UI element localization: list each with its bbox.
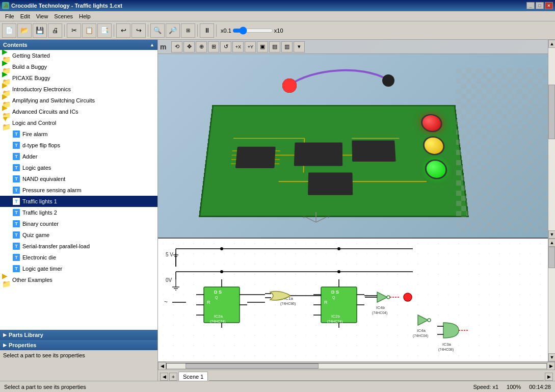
schematic-scroll-right[interactable]: ▶ [547,362,555,370]
tree-item-logic-gate-timer[interactable]: T Logic gate timer [0,263,157,274]
tree-item-binary-counter[interactable]: T Binary counter [0,218,157,229]
toolbar-separator-1 [64,24,65,37]
paste-button[interactable]: 📑 [97,23,112,38]
tree-item-pressure-alarm[interactable]: T Pressure sensing alarm [0,185,157,196]
tree-item-traffic-lights-2[interactable]: T Traffic lights 2 [0,207,157,218]
tree-item-picaxe-buggy[interactable]: ▶📁 PICAXE Buggy [0,72,157,84]
tree-item-serial-transfer[interactable]: T Serial-transfer parallel-load [0,241,157,252]
view3d-m-label: m [160,43,166,51]
time-indicator: 00:14:28 [529,384,551,390]
schematic-svg: 5 V 0V [158,239,555,361]
3d-btn-rotate[interactable]: ⟲ [171,41,182,53]
svg-text:(74HC04): (74HC04) [413,334,428,338]
properties-panel: Select a part to see its properties [0,350,157,381]
3d-btn-zoom[interactable]: ⊕ [196,41,207,53]
schematic-v-scrollbar: ▲ ▼ [548,239,555,361]
tab-add[interactable]: + [169,373,177,381]
tree-item-traffic-lights-1[interactable]: T Traffic lights 1 [0,196,157,207]
tree-item-dtype-flip-flops[interactable]: T d-type flip flops [0,140,157,151]
tree-item-other-examples[interactable]: ▶📁 Other Examples [0,274,157,285]
schematic-scroll-thumb[interactable] [548,247,555,268]
save-button[interactable]: 💾 [33,23,47,38]
tree-item-logic-control[interactable]: ▼📁 Logic and Control [0,117,157,128]
undo-button[interactable]: ↩ [116,23,130,38]
tab-scene1-label: Scene 1 [183,374,203,380]
cut-button[interactable]: ✂ [67,23,81,38]
tree-item-advanced[interactable]: ▶📁 Advanced Circuits and ICs [0,106,157,117]
menu-edit[interactable]: Edit [17,13,33,20]
tab-bar: ◀ + Scene 1 ▶ [158,370,555,381]
tree-item-adder[interactable]: T Adder [0,151,157,162]
pause-button[interactable]: ⏸ [200,23,214,38]
tree-item-amplifying[interactable]: ▶📁 Amplifying and Switching Circuits [0,95,157,106]
schematic-area: 5 V 0V [158,239,555,381]
zoom-in-button[interactable]: 🔍 [150,23,165,38]
svg-text:IC3a: IC3a [442,342,451,347]
parts-library-header[interactable]: ▶ Parts Library [0,330,157,340]
svg-text:~: ~ [164,298,168,305]
svg-text:IC4b: IC4b [376,305,385,310]
contents-expand-icon[interactable]: ▲ [150,42,154,47]
tree-item-nand-equivalent[interactable]: T NAND equivalent [0,173,157,185]
svg-rect-10 [352,140,395,162]
t-icon: T [12,197,20,205]
tree-item-electronic-die[interactable]: T Electronic die [0,252,157,263]
tab-arrow-left[interactable]: ◀ [160,373,168,381]
3d-btn-fit[interactable]: ⊞ [208,41,219,53]
tree-item-getting-started[interactable]: ▶📁 Getting Started [0,50,157,61]
properties-header[interactable]: ▶ Properties [0,340,157,350]
3d-btn-x[interactable]: +X [232,41,244,53]
3d-btn-reset[interactable]: ↺ [220,41,231,53]
svg-text:Q: Q [215,296,218,300]
schematic-canvas-area: 5 V 0V [158,239,555,361]
t-icon: T [12,130,20,138]
tree-item-quiz-game[interactable]: T Quiz game [0,229,157,241]
tab-scene1[interactable]: Scene 1 [178,372,208,381]
3d-scroll-up[interactable]: ▲ [548,40,555,48]
schematic-scroll-left[interactable]: ◀ [158,362,166,370]
3d-btn-view1[interactable]: ▣ [257,41,268,53]
tab-arrow-right[interactable]: ▶ [545,373,553,381]
redo-button[interactable]: ↪ [131,23,146,38]
3d-scroll-down[interactable]: ▼ [548,230,555,239]
svg-text:5 V: 5 V [166,252,173,257]
tree-item-fire-alarm[interactable]: T Fire alarm [0,128,157,140]
zoom-out-button[interactable]: 🔎 [166,23,180,38]
print-button[interactable]: 🖨 [48,23,62,38]
t-icon: T [12,164,20,172]
schematic-scroll-down[interactable]: ▼ [548,353,555,361]
menu-file[interactable]: File [2,13,17,20]
schematic-scroll-track[interactable] [548,247,555,353]
close-button[interactable]: × [545,2,553,9]
minimize-button[interactable]: _ [526,2,535,9]
schematic-scroll-up[interactable]: ▲ [548,239,555,247]
speed-slider[interactable] [232,27,273,35]
menu-view[interactable]: View [33,13,51,20]
t-icon: T [12,253,20,262]
new-button[interactable]: 📄 [2,23,16,38]
3d-toolbar: m ⟲ ✥ ⊕ ⊞ ↺ +X +Y ▣ ▤ ▥ ▾ [158,40,555,54]
tree-item-build-buggy[interactable]: ▶📁 Build a Buggy [0,61,157,72]
menu-help[interactable]: Help [76,13,94,20]
3d-scroll-track[interactable] [548,48,555,230]
svg-text:R: R [207,300,210,305]
zoom-fit-button[interactable]: ⊞ [181,23,195,38]
3d-scroll-thumb[interactable] [548,85,555,139]
3d-btn-view3[interactable]: ▥ [281,41,293,53]
tree-item-logic-gates[interactable]: T Logic gates [0,162,157,173]
maximize-button[interactable]: □ [536,2,544,9]
tree-item-intro-electronics[interactable]: ▶📁 Introductory Electronics [0,84,157,95]
svg-text:0V: 0V [166,277,172,283]
window-controls[interactable]: _ □ × [526,2,553,9]
3d-btn-menu[interactable]: ▾ [294,41,305,53]
3d-btn-view2[interactable]: ▤ [269,41,280,53]
menu-scenes[interactable]: Scenes [51,13,76,20]
schematic-scroll-track-h[interactable] [166,363,547,369]
3d-btn-y[interactable]: +Y [245,41,256,53]
copy-button[interactable]: 📋 [82,23,96,38]
svg-text:(74HC04): (74HC04) [372,311,387,315]
open-button[interactable]: 📂 [17,23,32,38]
schematic-scroll-thumb-h[interactable] [186,363,319,369]
svg-rect-9 [294,143,342,166]
3d-btn-pan[interactable]: ✥ [183,41,195,53]
